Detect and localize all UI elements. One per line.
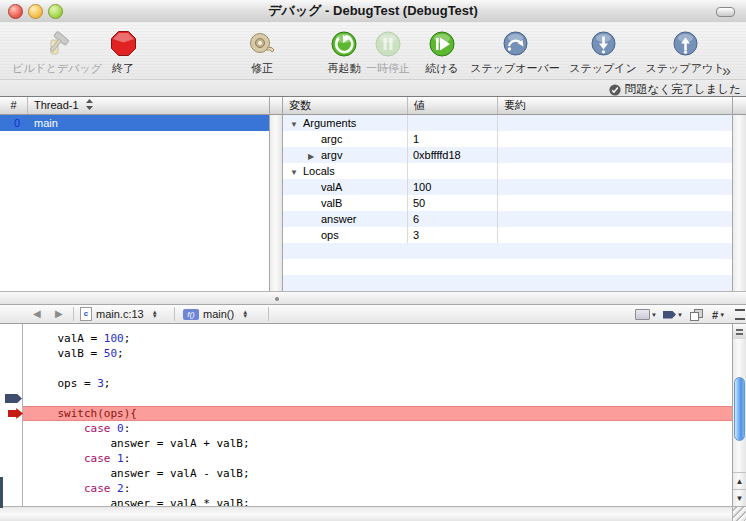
stack-frame-row[interactable]: 0 main	[0, 115, 269, 131]
step-into-button[interactable]: ステップイン	[558, 26, 648, 76]
code-line: switch(ops){	[23, 406, 732, 421]
fix-tape-icon	[232, 26, 292, 61]
variable-row[interactable]: argc1	[283, 131, 732, 147]
function-popup[interactable]: f() main() ▲▼	[183, 305, 248, 323]
frame-number: 0	[14, 115, 20, 131]
pause-icon	[360, 26, 416, 61]
variable-value	[408, 163, 498, 179]
code-line: valB = 50;	[23, 346, 732, 361]
window-edge-strip	[0, 477, 3, 508]
sort-indicator-icon	[86, 99, 93, 110]
variable-row[interactable]: ops3	[283, 227, 732, 243]
bookmarks-menu-button[interactable]: ▼	[635, 307, 657, 322]
status-bar: 問題なく完了しました	[0, 79, 746, 97]
status-text: 問題なく完了しました	[624, 82, 741, 97]
line-number-menu-button[interactable]: #▼	[712, 307, 725, 322]
call-stack-pane: # Thread-1 0 main	[0, 97, 270, 291]
editor-split-handle[interactable]	[735, 307, 745, 322]
variable-row[interactable]: valA100	[283, 179, 732, 195]
pane-splitter[interactable]	[0, 291, 746, 305]
variable-summary	[498, 227, 732, 243]
bookmarks-icon	[635, 309, 650, 320]
fix-button[interactable]: 修正	[232, 26, 292, 76]
variable-row[interactable]: ▼Locals	[283, 163, 732, 179]
split-editor-button[interactable]	[733, 324, 746, 340]
collapse-widget[interactable]	[716, 7, 735, 17]
nav-back-button[interactable]: ◀	[33, 308, 41, 319]
code-line: answer = valA * valB;	[23, 496, 732, 506]
variable-row[interactable]: ▶argv0xbffffd18	[283, 147, 732, 163]
code-line: valA = 100;	[23, 331, 732, 346]
disclosure-triangle[interactable]: ▼	[290, 117, 303, 132]
step-over-button[interactable]: ステップオーバー	[467, 26, 563, 76]
variable-value: 100	[408, 179, 498, 195]
nav-forward-button[interactable]: ▶	[55, 308, 63, 319]
file-stepper[interactable]: ▲▼	[152, 310, 158, 318]
c-file-icon: c	[80, 307, 92, 321]
toolbar-overflow-chevron[interactable]: »	[722, 62, 731, 80]
continue-button[interactable]: 続ける	[414, 26, 470, 76]
editor-horizontal-scrollbar[interactable]	[0, 506, 732, 521]
counterpart-button[interactable]	[690, 307, 702, 322]
variable-row[interactable]: ▼Arguments	[283, 115, 732, 131]
function-stepper[interactable]: ▲▼	[242, 310, 248, 318]
toolbar-label: ステップアウト	[637, 61, 733, 76]
source-editor[interactable]: valA = 100; valB = 50; ops = 3; switch(o…	[0, 324, 732, 506]
toolbar-label: ビルドとデバッグ	[6, 61, 108, 76]
window-title: デバッグ - DebugTest (DebugTest)	[0, 0, 746, 22]
scroll-down-button[interactable]: ▼	[733, 489, 746, 506]
success-check-icon	[609, 84, 621, 96]
code-line: case 0:	[23, 421, 732, 436]
code-content[interactable]: valA = 100; valB = 50; ops = 3; switch(o…	[23, 331, 732, 506]
thread-pane-scrollbar[interactable]	[270, 97, 283, 291]
breakpoints-menu-button[interactable]: ▼	[663, 307, 683, 322]
variable-summary	[498, 195, 732, 211]
frame-function: main	[34, 115, 58, 131]
variable-name: valA	[321, 181, 342, 193]
toolbar-label: 一時停止	[360, 61, 416, 76]
variable-summary	[498, 211, 732, 227]
variables-rows: ▼Argumentsargc1▶argv0xbffffd18▼Localsval…	[283, 115, 732, 291]
toolbar-label: ステップイン	[558, 61, 648, 76]
editor-nav-bar: ◀ ▶ c main.c:13 ▲▼ f() main() ▲▼ ▼ ▼ #▼	[0, 305, 746, 324]
file-popup-label: main.c:13	[96, 305, 144, 323]
column-header-summary[interactable]: 要約	[498, 97, 732, 114]
column-header-thread[interactable]: Thread-1	[28, 97, 270, 114]
disclosure-triangle[interactable]: ▶	[308, 149, 321, 164]
variable-name: valB	[321, 197, 342, 209]
step-out-button[interactable]: ステップアウト	[637, 26, 733, 76]
variable-summary	[498, 163, 732, 179]
column-header-number[interactable]: #	[0, 97, 28, 114]
scrollbar-thumb[interactable]	[734, 377, 745, 441]
code-line: case 1:	[23, 451, 732, 466]
toolbar-label: 修正	[232, 61, 292, 76]
toolbar-label: 続ける	[414, 61, 470, 76]
variable-name: ops	[321, 229, 339, 241]
variables-pane: 変数 値 要約 ▼Argumentsargc1▶argv0xbffffd18▼L…	[283, 97, 732, 291]
variable-summary	[498, 179, 732, 195]
window-resize-grip[interactable]	[732, 506, 746, 521]
variable-row[interactable]: answer6	[283, 211, 732, 227]
editor-vertical-scrollbar[interactable]: ▲ ▼	[732, 324, 746, 506]
variable-name: Locals	[303, 165, 335, 177]
debugger-window: デバッグ - DebugTest (DebugTest) ビルドとデバッグ	[0, 0, 746, 521]
build-and-debug-button[interactable]: ビルドとデバッグ	[6, 26, 108, 76]
variables-pane-scrollbar[interactable]	[732, 97, 746, 291]
splitter-grabber-dot	[275, 297, 279, 301]
variable-value: 0xbffffd18	[408, 147, 498, 163]
file-popup[interactable]: c main.c:13 ▲▼	[80, 305, 158, 323]
pause-button[interactable]: 一時停止	[360, 26, 416, 76]
disclosure-triangle[interactable]: ▼	[290, 165, 303, 180]
column-header-variable[interactable]: 変数	[283, 97, 408, 114]
code-line: answer = valA - valB;	[23, 466, 732, 481]
thread-pane-header: # Thread-1	[0, 97, 269, 115]
terminate-button[interactable]: 終了	[97, 26, 149, 76]
variable-row[interactable]: valB50	[283, 195, 732, 211]
variables-pane-header: 変数 値 要約	[283, 97, 732, 115]
build-status: 問題なく完了しました	[609, 82, 741, 97]
code-line: ops = 3;	[23, 376, 732, 391]
column-header-value[interactable]: 値	[408, 97, 498, 114]
title-bar[interactable]: デバッグ - DebugTest (DebugTest)	[0, 0, 746, 23]
variable-value: 3	[408, 227, 498, 243]
scroll-up-button[interactable]: ▲	[733, 472, 746, 489]
